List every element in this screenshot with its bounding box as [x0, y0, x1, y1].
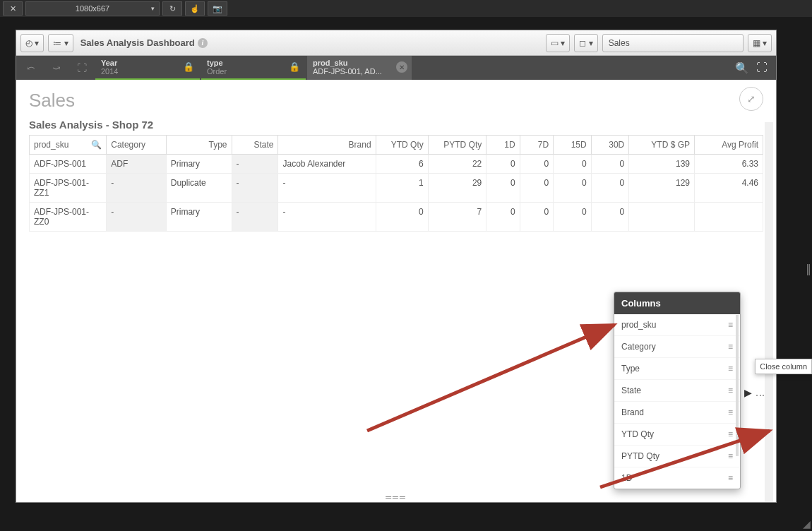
selection-clear-icon[interactable]: ⛶	[70, 56, 94, 80]
sheet-heading: Sales	[29, 90, 763, 112]
lock-icon: 🔒	[289, 61, 300, 72]
table-cell: Duplicate	[166, 174, 232, 203]
col-avgprofit[interactable]: Avg Profit	[695, 136, 763, 155]
col-15d[interactable]: 15D	[554, 136, 592, 155]
col-1d[interactable]: 1D	[486, 136, 520, 155]
resolution-select[interactable]: 1080x667	[25, 1, 160, 16]
content-area: ⤢ Sales Sales Analysis - Shop 72 prod_sk…	[16, 80, 776, 502]
page-title: Sales Analysis Dashboard i	[80, 37, 208, 48]
table-cell: 0	[520, 174, 553, 203]
col-category[interactable]: Category	[107, 136, 167, 155]
touch-icon[interactable]: ☝	[185, 1, 205, 16]
columns-panel-item[interactable]: YTD Qty≡	[614, 424, 740, 446]
selection-back-icon[interactable]: ⤺	[19, 56, 43, 80]
filter-prodsku-value: ADF-JPS-001, AD...	[313, 67, 406, 76]
resize-grip[interactable]: ◢	[803, 518, 811, 530]
data-table: prod_sku🔍 Category Type State Brand YTD …	[29, 135, 763, 232]
table-cell: ADF	[107, 155, 167, 174]
drag-handle-icon[interactable]: ≡	[728, 386, 733, 395]
nav-menu-button[interactable]: ◴ ▾	[20, 34, 44, 52]
col-ytdqty[interactable]: YTD Qty	[376, 136, 428, 155]
lock-icon: 🔒	[183, 61, 194, 72]
table-cell: -	[232, 155, 278, 174]
columns-panel-item[interactable]: PYTD Qty≡	[614, 446, 740, 467]
table-cell: Primary	[166, 155, 232, 174]
columns-panel-item[interactable]: Category≡	[614, 336, 740, 358]
col-brand[interactable]: Brand	[278, 136, 376, 155]
close-button[interactable]: ✕	[3, 1, 23, 16]
panel-more-icon[interactable]: ⋮	[755, 390, 766, 400]
table-cell: 0	[520, 155, 553, 174]
vertical-scrollbar[interactable]	[765, 122, 773, 502]
table-cell: 0	[591, 155, 629, 174]
tooltip: Close column	[755, 359, 812, 374]
rotate-icon[interactable]: ↻	[162, 1, 182, 16]
table-cell: Jacob Alexander	[278, 155, 376, 174]
col-pytdqty[interactable]: PYTD Qty	[428, 136, 486, 155]
search-icon[interactable]: 🔍	[735, 61, 749, 75]
col-ytdgp[interactable]: YTD $ GP	[629, 136, 695, 155]
panel-collapse-caret[interactable]: ▶	[744, 387, 752, 398]
table-cell: -	[107, 174, 167, 203]
columns-panel-item-label: YTD Qty	[621, 429, 654, 439]
sheets-grid-button[interactable]: ▦ ▾	[748, 34, 772, 52]
bookmark-button[interactable]: ◻ ▾	[574, 34, 597, 52]
columns-panel-item-label: Type	[621, 364, 640, 374]
table-cell: 0	[591, 203, 629, 232]
col-type[interactable]: Type	[166, 136, 232, 155]
table-row[interactable]: ADF-JPS-001-ZZ1-Duplicate--12900001294.4…	[30, 174, 763, 203]
table-cell: 0	[376, 203, 428, 232]
fullscreen-toggle[interactable]: ⤢	[739, 87, 763, 111]
col-state[interactable]: State	[232, 136, 278, 155]
bottom-resize-handle[interactable]: ═══	[386, 493, 406, 501]
table-cell: 0	[520, 203, 553, 232]
object-title: Sales Analysis - Shop 72	[29, 119, 763, 131]
window-toolbar: ◴ ▾ ≔ ▾ Sales Analysis Dashboard i ▭ ▾ ◻…	[16, 30, 776, 56]
table-cell: 29	[428, 174, 486, 203]
columns-panel-item[interactable]: Type≡	[614, 358, 740, 380]
table-cell: -	[278, 203, 376, 232]
drag-handle-icon[interactable]: ≡	[728, 342, 733, 352]
columns-panel-scrollbar[interactable]	[736, 315, 739, 456]
columns-panel-item[interactable]: Brand≡	[614, 402, 740, 424]
col-prodsku[interactable]: prod_sku🔍	[30, 136, 107, 155]
drag-handle-icon[interactable]: ≡	[728, 473, 733, 483]
columns-panel-item-label: Category	[621, 342, 656, 352]
drag-handle-icon[interactable]: ≡	[728, 364, 733, 374]
columns-panel-item[interactable]: State≡	[614, 380, 740, 402]
table-row[interactable]: ADF-JPS-001-ZZ0-Primary--070000	[30, 203, 763, 232]
table-cell: 0	[554, 155, 592, 174]
columns-panel-item[interactable]: prod_sku≡	[614, 314, 740, 336]
selection-fwd-icon[interactable]: ⤻	[44, 56, 68, 80]
present-button[interactable]: ▭ ▾	[546, 34, 570, 52]
drag-handle-icon[interactable]: ≡	[728, 407, 733, 417]
col-7d[interactable]: 7D	[520, 136, 553, 155]
filter-prodsku[interactable]: prod_sku ADF-JPS-001, AD... ✕	[307, 56, 412, 80]
filter-prodsku-label: prod_sku	[313, 59, 406, 67]
side-drawer-handle[interactable]: ‖	[805, 254, 812, 282]
table-cell: ADF-JPS-001-ZZ0	[30, 203, 107, 232]
filter-type[interactable]: type Order 🔒	[201, 56, 306, 80]
drag-handle-icon[interactable]: ≡	[728, 320, 733, 330]
table-cell: ADF-JPS-001-ZZ1	[30, 174, 107, 203]
camera-icon[interactable]: 📷	[208, 1, 227, 16]
expand-selections-icon[interactable]: ⛶	[756, 61, 768, 74]
info-icon[interactable]: i	[198, 38, 208, 48]
columns-panel-item[interactable]: 1D≡	[614, 467, 740, 489]
list-menu-button[interactable]: ≔ ▾	[48, 34, 73, 52]
search-icon[interactable]: 🔍	[91, 140, 102, 150]
page-title-text: Sales Analysis Dashboard	[80, 37, 195, 48]
drag-handle-icon[interactable]: ≡	[728, 451, 733, 461]
table-cell	[695, 203, 763, 232]
drag-handle-icon[interactable]: ≡	[728, 429, 733, 439]
columns-panel[interactable]: Columns prod_sku≡Category≡Type≡State≡Bra…	[614, 292, 741, 489]
app-window: ◴ ▾ ≔ ▾ Sales Analysis Dashboard i ▭ ▾ ◻…	[16, 30, 777, 503]
clear-filter-icon[interactable]: ✕	[396, 61, 407, 73]
filter-year[interactable]: Year 2014 🔒	[95, 56, 200, 80]
table-cell: -	[232, 174, 278, 203]
col-30d[interactable]: 30D	[591, 136, 629, 155]
columns-panel-item-label: 1D	[621, 473, 632, 483]
sheet-select[interactable]: Sales	[602, 34, 744, 52]
table-row[interactable]: ADF-JPS-001ADFPrimary-Jacob Alexander622…	[30, 155, 763, 174]
filter-year-label: Year	[101, 59, 194, 67]
